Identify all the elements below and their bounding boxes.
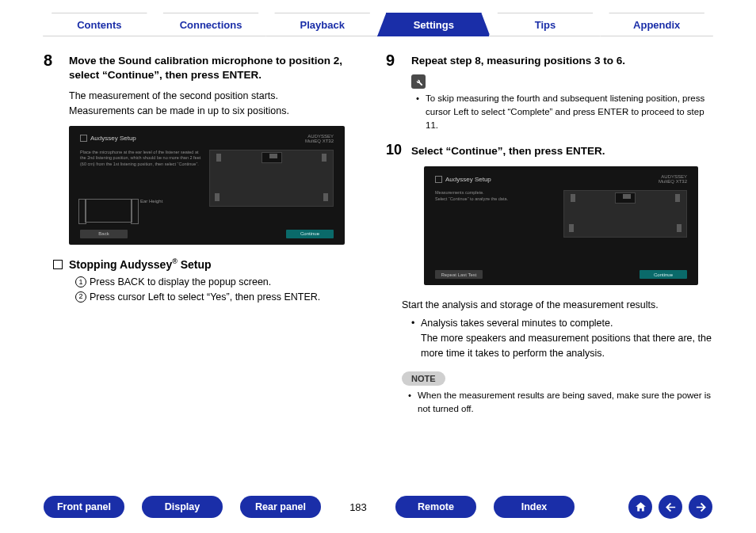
stopping-audyssey-heading: Stopping Audyssey® Setup xyxy=(53,257,370,271)
start-analysis-text: Start the analysis and storage of the me… xyxy=(402,298,712,313)
step10-number: 10 xyxy=(386,143,403,158)
audyssey-logo-icon: AUDYSSEYMultEQ XT32 xyxy=(305,134,334,143)
top-tab-bar: Contents Connections Playback Settings T… xyxy=(0,0,756,36)
analysis-bullet: Analysis takes several minutes to comple… xyxy=(411,316,712,360)
square-bullet-icon xyxy=(53,260,63,269)
tv1-instruction: Place the microphone at the ear level of… xyxy=(80,150,203,168)
step8-title: Move the Sound calibration microphone to… xyxy=(69,52,370,82)
front-panel-button[interactable]: Front panel xyxy=(44,496,124,518)
step9-title: Repeat step 8, measuring positions 3 to … xyxy=(411,52,625,68)
step10-title: Select “Continue”, then press ENTER. xyxy=(411,143,605,158)
page-number: 183 xyxy=(338,501,378,513)
audyssey-logo-icon: AUDYSSEYMultEQ XT32 xyxy=(659,174,687,184)
tv2-msg1: Measurements complete. xyxy=(435,190,557,196)
wrench-icon xyxy=(411,74,426,89)
left-column: 8 Move the Sound calibration microphone … xyxy=(44,52,370,416)
rear-panel-button[interactable]: Rear panel xyxy=(240,496,321,518)
note-bullet: When the measurement results are being s… xyxy=(408,389,712,415)
tab-tips[interactable]: Tips xyxy=(489,13,602,36)
step8-number: 8 xyxy=(44,52,61,82)
remote-button[interactable]: Remote xyxy=(395,496,476,518)
tab-appendix[interactable]: Appendix xyxy=(600,13,713,36)
tv2-repeat-button: Repeat Last Test xyxy=(435,270,483,279)
prev-page-icon[interactable] xyxy=(659,495,682,519)
index-button[interactable]: Index xyxy=(494,496,575,518)
note-label: NOTE xyxy=(402,371,445,386)
tv1-ear-height-label: Ear Height xyxy=(140,199,162,204)
couch-diagram xyxy=(85,199,132,223)
tv1-title: Audyssey Setup xyxy=(90,135,136,142)
step9-tip: To skip measuring the fourth and subsequ… xyxy=(416,92,712,131)
step9-number: 9 xyxy=(386,52,403,68)
home-icon[interactable] xyxy=(628,495,652,519)
display-button[interactable]: Display xyxy=(142,496,223,518)
circled-step-2: Press cursor Left to select “Yes”, then … xyxy=(75,290,370,305)
stopping-audyssey-steps: Press BACK to display the popup screen. … xyxy=(75,275,370,305)
tab-settings[interactable]: Settings xyxy=(377,13,491,36)
step8-line1: The measurement of the second position s… xyxy=(69,89,370,103)
tab-playback[interactable]: Playback xyxy=(265,13,379,36)
bottom-bar: Front panel Display Rear panel 183 Remot… xyxy=(0,495,756,519)
tv1-continue-button: Continue xyxy=(286,230,334,238)
tv1-back-button: Back xyxy=(80,230,128,238)
tv2-continue-button: Continue xyxy=(640,270,687,279)
right-column: 9 Repeat step 8, measuring positions 3 t… xyxy=(386,52,712,416)
tv1-room-diagram xyxy=(209,150,334,207)
tv2-title: Audyssey Setup xyxy=(445,176,491,183)
tv2-room-diagram xyxy=(563,190,687,238)
circled-step-1: Press BACK to display the popup screen. xyxy=(75,275,370,290)
tv2-msg2: Select “Continue” to analyze the data. xyxy=(435,196,557,203)
step8-line2: Measurements can be made in up to six po… xyxy=(69,104,370,118)
next-page-icon[interactable] xyxy=(689,495,712,519)
tab-connections[interactable]: Connections xyxy=(155,13,268,36)
screenshot-audyssey-position2: Audyssey Setup AUDYSSEYMultEQ XT32 Place… xyxy=(69,126,345,245)
tab-contents[interactable]: Contents xyxy=(43,13,156,36)
screenshot-audyssey-complete: Audyssey Setup AUDYSSEYMultEQ XT32 Measu… xyxy=(424,166,698,285)
